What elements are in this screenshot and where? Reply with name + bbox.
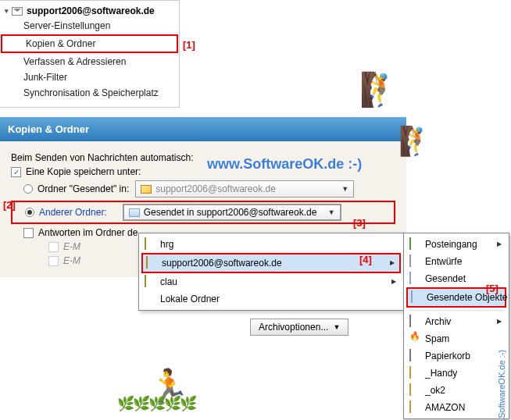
folder-label: Entwürfe <box>425 256 462 267</box>
folder-label: AMAZON <box>425 402 465 413</box>
trash-icon <box>409 349 411 361</box>
folder-icon <box>409 400 411 413</box>
folder-label: Papierkorb <box>425 351 470 361</box>
account-name: support2006@softwareok.de <box>27 5 155 16</box>
annotation-5: [5] <box>486 283 498 294</box>
menu-separator <box>409 310 503 311</box>
sidebar-item-sync[interactable]: Synchronisation & Speicherplatz <box>0 85 179 101</box>
draft-icon <box>409 254 411 267</box>
account-icon <box>145 275 146 287</box>
folder-icon <box>129 208 140 217</box>
folder-item-ok2[interactable]: _ok2 <box>406 382 506 399</box>
folder-label: _ok2 <box>425 385 445 396</box>
other-folder-dropdown[interactable]: Gesendet in support2006@softwareok.de ▼ <box>123 204 341 221</box>
inbox-icon <box>409 237 411 250</box>
annotation-1: [1] <box>183 39 195 51</box>
panel-title: Kopien & Ordner <box>0 117 406 141</box>
sidebar-item-server[interactable]: Server-Einstellungen <box>0 18 179 34</box>
folder-label: Archiv <box>425 316 451 327</box>
intro-text: Beim Senden von Nachrichten automatisch: <box>11 152 395 163</box>
other-folder-value: Gesendet in support2006@softwareok.de <box>144 207 317 218</box>
radio-sent-label: Ordner "Gesendet" in: <box>38 183 129 194</box>
watermark-side: www.SoftwareOK.de :-) <box>497 350 506 420</box>
bcc-checkbox[interactable] <box>48 242 59 252</box>
account-header[interactable]: ▾ support2006@softwareok.de <box>0 4 179 18</box>
folder-item-entwuerfe[interactable]: Entwürfe <box>406 253 506 270</box>
folder-item-archiv[interactable]: Archiv <box>406 313 506 330</box>
folder-item-posteingang[interactable]: Posteingang <box>406 236 506 253</box>
radio-sent-folder[interactable] <box>23 184 33 194</box>
folder-item-spam[interactable]: Spam <box>406 330 506 347</box>
annotation-2: [2] <box>3 199 16 211</box>
reply-folder-checkbox[interactable] <box>23 228 34 238</box>
archive-options-label: Archivoptionen... <box>259 322 328 333</box>
account-icon <box>141 185 152 194</box>
folder-icon <box>409 383 411 396</box>
submenu-label: Lokale Ordner <box>160 294 220 304</box>
reply-folder-label: Antworten im Ordner de <box>38 227 138 238</box>
account-icon <box>145 237 146 250</box>
folder-item-papierkorb[interactable]: Papierkorb <box>406 347 506 365</box>
sidebar-item-verfassen[interactable]: Verfassen & Adressieren <box>0 54 179 69</box>
submenu-item-clau[interactable]: clau <box>141 273 401 290</box>
save-copy-label: Eine Kopie speichern unter: <box>26 166 141 177</box>
annotation-4: [4] <box>359 254 372 265</box>
submenu-label: hrg <box>160 239 173 250</box>
radio-other-label: Anderer Ordner: <box>39 207 107 218</box>
collapse-arrow-icon[interactable]: ▾ <box>5 7 9 15</box>
account-icon <box>146 256 148 269</box>
sent-account-dropdown[interactable]: support2006@softwareok.de ▼ <box>135 180 354 198</box>
folder-label: _Handy <box>425 368 457 379</box>
folder-label: Posteingang <box>425 239 477 250</box>
account-sidebar: ▾ support2006@softwareok.de Server-Einst… <box>0 0 180 108</box>
submenu-item-lokale[interactable]: Lokale Ordner <box>141 290 401 308</box>
archive-options-button[interactable]: Archivoptionen... ▼ <box>250 319 348 336</box>
submenu-item-hrg[interactable]: hrg <box>141 236 401 253</box>
archive-icon <box>409 315 411 327</box>
annotation-3: [3] <box>353 217 366 229</box>
chevron-down-icon: ▼ <box>341 185 348 193</box>
chevron-down-icon: ▼ <box>333 323 340 331</box>
radio-other-folder[interactable] <box>25 208 34 217</box>
submenu-label: clau <box>160 276 177 287</box>
folder-label: Spam <box>425 333 449 344</box>
folder-label: Gesendet <box>425 273 466 284</box>
sidebar-item-junk[interactable]: Junk-Filter <box>0 69 179 85</box>
folder-icon <box>411 290 413 303</box>
account-submenu: hrg support2006@softwareok.de clau Lokal… <box>138 233 404 311</box>
folder-item-amazon[interactable]: AMAZON <box>406 399 506 416</box>
email-dim-1: E-M <box>63 241 80 252</box>
cc-checkbox[interactable] <box>48 256 59 266</box>
folder-submenu: Posteingang Entwürfe Gesendet Gesendete … <box>403 233 509 419</box>
mail-icon <box>12 7 23 16</box>
sent-icon <box>409 272 411 284</box>
spam-icon <box>409 333 420 343</box>
submenu-label: support2006@softwareok.de <box>162 258 282 269</box>
email-dim-2: E-M <box>63 255 80 266</box>
folder-icon <box>409 366 411 379</box>
sent-account-value: support2006@softwareok.de <box>155 183 276 194</box>
folder-item-handy[interactable]: _Handy <box>406 365 506 382</box>
sidebar-item-kopien[interactable]: Kopien & Ordner <box>1 34 178 53</box>
save-copy-checkbox[interactable]: ✓ <box>11 167 21 177</box>
chevron-down-icon: ▼ <box>328 208 335 216</box>
